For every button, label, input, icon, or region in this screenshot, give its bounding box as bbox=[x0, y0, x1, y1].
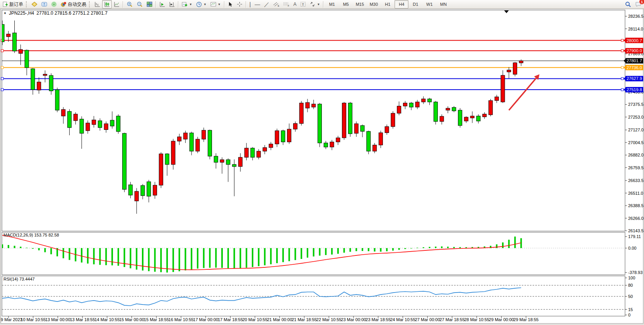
candle bbox=[409, 103, 413, 107]
svg-text:21 Mar 00:00: 21 Mar 00:00 bbox=[267, 317, 292, 322]
arrows-icon bbox=[310, 2, 315, 7]
auto-scroll-button[interactable] bbox=[157, 0, 167, 9]
timeframe-m15-button[interactable]: M15 bbox=[353, 0, 367, 9]
price-badge: 27900.0 bbox=[624, 48, 643, 53]
tile-windows-button[interactable] bbox=[145, 0, 154, 9]
notifications-button[interactable]: 1 bbox=[633, 0, 643, 9]
svg-text:15: 15 bbox=[628, 307, 633, 312]
candle bbox=[190, 133, 193, 151]
timeframe-m30-button[interactable]: M30 bbox=[367, 0, 381, 9]
text-label-icon: T bbox=[300, 2, 306, 7]
zoom-out-button[interactable] bbox=[135, 0, 145, 9]
candle bbox=[415, 102, 419, 107]
toolbar-grip bbox=[26, 1, 29, 7]
timeframe-m1-button[interactable]: M1 bbox=[325, 0, 339, 9]
zoom-in-button[interactable] bbox=[125, 0, 135, 9]
cursor-button[interactable] bbox=[226, 0, 235, 9]
svg-text:17 Mar 00:00: 17 Mar 00:00 bbox=[193, 317, 218, 322]
templates-button[interactable]: ▼ bbox=[208, 0, 223, 9]
candle bbox=[226, 160, 230, 164]
channel-button[interactable]: E bbox=[271, 0, 281, 9]
svg-text:16 Mar 10:55: 16 Mar 10:55 bbox=[169, 317, 194, 322]
trendline-button[interactable]: ／ bbox=[262, 0, 271, 9]
chart-canvas[interactable]: 28236.528114.027869.027498.027375.527253… bbox=[0, 0, 644, 325]
text-label-button[interactable]: T bbox=[298, 0, 308, 9]
candle bbox=[43, 74, 47, 75]
time-axis: 9 Mar 202310 Mar 10:5513 Mar 00:0013 Mar… bbox=[1, 316, 538, 322]
candle bbox=[324, 143, 328, 147]
svg-text:27004.5: 27004.5 bbox=[628, 140, 644, 145]
candle bbox=[434, 102, 437, 121]
candle bbox=[257, 151, 261, 157]
candle bbox=[244, 148, 248, 157]
timeframe-mn-button[interactable]: MN bbox=[436, 0, 450, 9]
notification-count-badge: 1 bbox=[639, 0, 644, 5]
candle bbox=[293, 124, 297, 129]
chart-shift-button[interactable] bbox=[167, 0, 177, 9]
text-button[interactable]: A bbox=[291, 0, 298, 9]
candle bbox=[287, 129, 291, 142]
bar-chart-button[interactable] bbox=[92, 0, 102, 9]
candle bbox=[495, 97, 499, 101]
auto-trading-button[interactable]: 自动交易 bbox=[59, 0, 88, 9]
autotrading-icon bbox=[61, 2, 67, 7]
candle bbox=[428, 99, 432, 102]
timeframe-w1-button[interactable]: W1 bbox=[422, 0, 436, 9]
svg-text:26633.5: 26633.5 bbox=[628, 178, 644, 183]
candle bbox=[306, 102, 309, 108]
candle bbox=[269, 144, 273, 148]
timeframe-m5-button[interactable]: M5 bbox=[339, 0, 353, 9]
svg-text:20 Mar 10:55: 20 Mar 10:55 bbox=[243, 317, 268, 322]
search-button[interactable] bbox=[623, 0, 633, 9]
candle bbox=[171, 141, 175, 164]
candle bbox=[379, 133, 383, 145]
crosshair-icon bbox=[237, 2, 243, 7]
webtrader-icon bbox=[41, 2, 47, 7]
bar-chart-icon bbox=[94, 2, 100, 7]
candle bbox=[238, 157, 242, 167]
periods-button[interactable]: ▼ bbox=[194, 0, 208, 9]
candle bbox=[318, 104, 322, 143]
toolbar-separator bbox=[246, 1, 246, 8]
svg-text:0: 0 bbox=[628, 313, 630, 317]
webtrader-button[interactable] bbox=[39, 0, 49, 9]
candle bbox=[153, 185, 157, 195]
new-chart-button[interactable]: ▼ bbox=[180, 0, 194, 9]
fibonacci-button[interactable]: F bbox=[281, 0, 291, 9]
vertical-line-button[interactable]: | bbox=[248, 0, 253, 9]
svg-text:28114.0: 28114.0 bbox=[628, 27, 643, 31]
line-chart-button[interactable] bbox=[112, 0, 121, 9]
horizontal-line-button[interactable]: — bbox=[253, 0, 262, 9]
candle bbox=[342, 103, 346, 138]
crosshair-button[interactable] bbox=[235, 0, 244, 9]
gold-button[interactable] bbox=[29, 0, 39, 9]
candle bbox=[49, 75, 53, 91]
new-order-button[interactable]: 新订单 bbox=[1, 0, 25, 9]
candle bbox=[13, 33, 17, 51]
tile-windows-icon bbox=[147, 2, 152, 7]
candle bbox=[452, 107, 456, 111]
candlestick-chart-button[interactable] bbox=[102, 0, 112, 9]
candle bbox=[232, 165, 236, 167]
candle bbox=[159, 154, 163, 185]
candle bbox=[86, 123, 90, 131]
timeframe-d1-button[interactable]: D1 bbox=[408, 0, 422, 9]
zoom-in-icon bbox=[126, 2, 133, 7]
candle bbox=[464, 117, 468, 121]
svg-text:26388.5: 26388.5 bbox=[628, 203, 644, 208]
candle bbox=[330, 142, 334, 147]
candle bbox=[123, 133, 126, 189]
auto-trading-label: 自动交易 bbox=[68, 1, 86, 8]
candle bbox=[19, 49, 22, 53]
timeframe-h4-button[interactable]: H4 bbox=[395, 0, 408, 9]
market-button[interactable] bbox=[49, 0, 59, 9]
svg-text:22 Mar 10:55: 22 Mar 10:55 bbox=[316, 317, 342, 322]
candle bbox=[367, 131, 371, 151]
candle bbox=[37, 82, 41, 90]
arrows-button[interactable]: ▼ bbox=[308, 0, 322, 9]
svg-text:27375.5: 27375.5 bbox=[628, 102, 644, 107]
candle bbox=[251, 148, 255, 157]
timeframe-h1-button[interactable]: H1 bbox=[381, 0, 395, 9]
candle bbox=[501, 75, 505, 102]
svg-text:0.00: 0.00 bbox=[628, 246, 636, 250]
